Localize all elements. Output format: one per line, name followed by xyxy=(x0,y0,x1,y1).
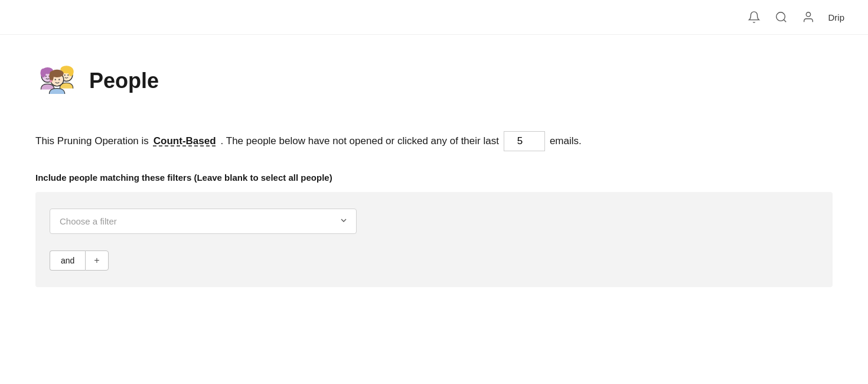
svg-point-10 xyxy=(68,67,73,76)
svg-point-16 xyxy=(55,79,56,80)
description-prefix: This Pruning Operation is xyxy=(35,135,149,147)
svg-point-15 xyxy=(49,71,54,82)
filter-container: Choose a filter and + xyxy=(35,192,833,287)
people-icon xyxy=(35,58,80,103)
main-content: People This Pruning Operation is Count-B… xyxy=(0,35,868,311)
add-filter-button[interactable]: + xyxy=(85,250,108,271)
description-middle: . The people below have not opened or cl… xyxy=(221,135,499,147)
top-navigation: Drip xyxy=(0,0,868,35)
filter-select-wrapper: Choose a filter xyxy=(50,209,357,234)
description-suffix: emails. xyxy=(550,135,582,147)
svg-line-1 xyxy=(784,19,787,22)
page-title: People xyxy=(89,69,159,93)
email-count-input[interactable] xyxy=(504,131,545,151)
svg-point-18 xyxy=(50,80,52,83)
svg-point-17 xyxy=(58,79,60,80)
notifications-icon[interactable] xyxy=(746,9,762,25)
svg-point-2 xyxy=(807,12,811,17)
svg-point-12 xyxy=(67,74,68,76)
svg-point-6 xyxy=(45,76,47,77)
user-account-icon[interactable] xyxy=(801,9,816,25)
svg-point-11 xyxy=(64,74,66,76)
filter-actions-row: and + xyxy=(50,250,818,271)
page-header: People xyxy=(35,58,833,103)
and-button[interactable]: and xyxy=(50,250,85,271)
filters-section-label: Include people matching these filters (L… xyxy=(35,173,833,183)
svg-point-5 xyxy=(40,69,45,77)
count-based-link[interactable]: Count-Based xyxy=(154,135,216,147)
pruning-description: This Pruning Operation is Count-Based . … xyxy=(35,131,833,151)
search-icon[interactable] xyxy=(774,9,789,25)
svg-point-0 xyxy=(776,12,785,21)
choose-filter-select[interactable]: Choose a filter xyxy=(50,209,357,234)
user-name-label[interactable]: Drip xyxy=(828,12,844,22)
